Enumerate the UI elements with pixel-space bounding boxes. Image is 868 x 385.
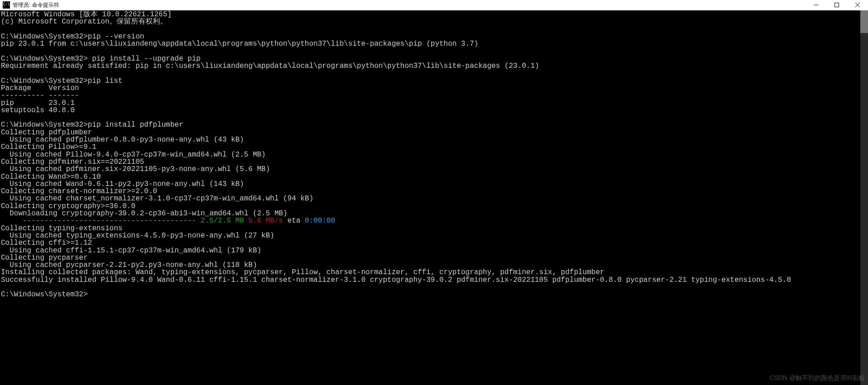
console-line: Using cached Pillow-9.4.0-cp37-cp37m-win… xyxy=(1,151,868,158)
console-line xyxy=(1,26,868,33)
close-button[interactable] xyxy=(847,0,868,10)
close-icon xyxy=(855,3,860,7)
console-segment: (c) Microsoft Corporation。保留所有权利。 xyxy=(1,18,167,26)
console-line: setuptools 40.8.0 xyxy=(1,107,868,114)
console-line: Collecting pdfplumber xyxy=(1,129,868,136)
console-segment: C:\Windows\System32>pip install pdfplumb… xyxy=(1,121,183,129)
console-line xyxy=(1,114,868,121)
console-line: Using cached cffi-1.15.1-cp37-cp37m-win_… xyxy=(1,247,868,254)
console-segment: Downloading cryptography-39.0.2-cp36-abi… xyxy=(1,209,288,218)
console-line: C:\Windows\System32>pip install pdfplumb… xyxy=(1,121,868,128)
console-line: pip 23.0.1 from c:\users\liuxiandeng\app… xyxy=(1,40,868,48)
console-segment: C:\Windows\System32>pip list xyxy=(1,77,123,85)
console-line: Using cached typing_extensions-4.5.0-py3… xyxy=(1,232,868,239)
console-line: Using cached pycparser-2.21-py2.py3-none… xyxy=(1,261,868,269)
console-line: ---------- ------- xyxy=(1,92,868,99)
titlebar[interactable]: 管理员: 命令提示符 xyxy=(0,0,868,10)
console-segment: Collecting Pillow>=9.1 xyxy=(1,143,96,151)
console-line: Installing collected packages: Wand, typ… xyxy=(1,269,868,276)
console-segment: setuptools 40.8.0 xyxy=(1,106,75,114)
console-segment: 5.6 MB/s xyxy=(248,217,283,225)
watermark-text: CSDN @触不到的颜色是否叫彩虹 xyxy=(769,374,865,382)
scrollbar-thumb[interactable] xyxy=(860,10,868,33)
console-output: Microsoft Windows [版本 10.0.22621.1265](c… xyxy=(0,10,868,299)
minimize-icon xyxy=(814,3,818,7)
console-line: Using cached Wand-0.6.11-py2.py3-none-an… xyxy=(1,181,868,188)
cmd-icon xyxy=(3,1,10,9)
console-segment: Using cached pycparser-2.21-py2.py3-none… xyxy=(1,261,257,269)
console-segment: Collecting charset-normalizer>=2.0.0 xyxy=(1,187,157,195)
console-line: Collecting cffi>=1.12 xyxy=(1,239,868,247)
console-segment: Collecting typing-extensions xyxy=(1,224,123,233)
svg-rect-1 xyxy=(835,3,839,7)
console-segment: Using cached Wand-0.6.11-py2.py3-none-an… xyxy=(1,180,244,188)
console-segment: Using cached pdfminer.six-20221105-py3-n… xyxy=(1,165,270,173)
console-line: Using cached pdfplumber-0.8.0-py3-none-a… xyxy=(1,136,868,143)
console-segment: Using cached typing_extensions-4.5.0-py3… xyxy=(1,232,274,240)
minimize-button[interactable] xyxy=(806,0,826,10)
console-line: Using cached pdfminer.six-20221105-py3-n… xyxy=(1,166,868,173)
console-segment: Collecting pdfminer.six==20221105 xyxy=(1,158,144,166)
console-line: Package Version xyxy=(1,85,868,92)
console-segment: Collecting pdfplumber xyxy=(1,128,92,137)
console-segment: Package Version xyxy=(1,84,79,92)
console-segment: 2.5/2.5 MB xyxy=(201,217,244,225)
console-segment: C:\Windows\System32> pip install --upgra… xyxy=(1,55,201,63)
console-line: (c) Microsoft Corporation。保留所有权利。 xyxy=(1,18,868,25)
console-line: C:\Windows\System32>pip list xyxy=(1,77,868,85)
console-segment: Collecting Wand>=0.6.10 xyxy=(1,173,101,181)
console-segment: Installing collected packages: Wand, typ… xyxy=(1,268,604,276)
console-segment: 0:00:00 xyxy=(305,217,335,225)
app-window: 管理员: 命令提示符 Microsoft Windows [版本 10.0.22… xyxy=(0,0,868,385)
console-segment: Successfully installed Pillow-9.4.0 Wand… xyxy=(1,276,791,284)
console-segment: Collecting cryptography>=36.0.0 xyxy=(1,202,136,210)
scrollbar-track[interactable] xyxy=(860,10,868,385)
console-line: Collecting typing-extensions xyxy=(1,225,868,232)
console-line: Collecting Pillow>=9.1 xyxy=(1,143,868,151)
console-line: Collecting cryptography>=36.0.0 xyxy=(1,203,868,210)
console-line: Requirement already satisfied: pip in c:… xyxy=(1,62,868,70)
console-segment: Collecting pycparser xyxy=(1,254,88,262)
console-segment: ---------- ------- xyxy=(1,91,79,100)
console-line: ----------------------------------------… xyxy=(1,217,868,224)
console-segment xyxy=(244,217,249,225)
console-segment: C:\Windows\System32> xyxy=(1,290,88,299)
console-segment: pip 23.0.1 xyxy=(1,99,75,107)
console-line xyxy=(1,70,868,77)
console-line: Collecting charset-normalizer>=2.0.0 xyxy=(1,188,868,195)
console-segment xyxy=(1,217,23,225)
console-segment: eta xyxy=(283,217,305,225)
console-segment: Using cached charset_normalizer-3.1.0-cp… xyxy=(1,195,313,203)
console-line xyxy=(1,48,868,55)
window-title: 管理员: 命令提示符 xyxy=(13,1,59,9)
console-segment: Using cached cffi-1.15.1-cp37-cp37m-win_… xyxy=(1,247,261,255)
console-line xyxy=(1,284,868,291)
console-segment: Requirement already satisfied: pip in c:… xyxy=(1,62,539,70)
console-line: Downloading cryptography-39.0.2-cp36-abi… xyxy=(1,210,868,217)
console-line: Collecting pdfminer.six==20221105 xyxy=(1,158,868,166)
maximize-button[interactable] xyxy=(826,0,847,10)
console-line: Using cached charset_normalizer-3.1.0-cp… xyxy=(1,195,868,202)
console-segment: Collecting cffi>=1.12 xyxy=(1,239,92,247)
console-line: C:\Windows\System32>pip --version xyxy=(1,33,868,40)
console-line: Collecting Wand>=0.6.10 xyxy=(1,173,868,181)
console-line: C:\Windows\System32> pip install --upgra… xyxy=(1,55,868,62)
console-area[interactable]: Microsoft Windows [版本 10.0.22621.1265](c… xyxy=(0,10,868,385)
console-segment: Using cached Pillow-9.4.0-cp37-cp37m-win… xyxy=(1,151,266,159)
console-line: pip 23.0.1 xyxy=(1,100,868,107)
console-segment: ---------------------------------------- xyxy=(23,217,201,225)
console-segment: pip 23.0.1 from c:\users\liuxiandeng\app… xyxy=(1,40,478,48)
console-line: Collecting pycparser xyxy=(1,254,868,261)
console-segment: Using cached pdfplumber-0.8.0-py3-none-a… xyxy=(1,136,244,144)
console-segment: C:\Windows\System32>pip --version xyxy=(1,33,144,41)
console-line: Successfully installed Pillow-9.4.0 Wand… xyxy=(1,276,868,284)
console-line: Microsoft Windows [版本 10.0.22621.1265] xyxy=(1,11,868,18)
console-line: C:\Windows\System32> xyxy=(1,291,868,298)
maximize-icon xyxy=(835,3,839,7)
